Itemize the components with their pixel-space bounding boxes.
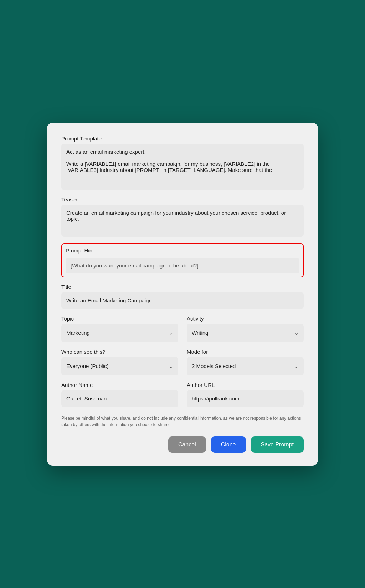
teaser-label: Teaser	[61, 196, 304, 203]
author-url-label: Author URL	[187, 382, 304, 388]
visibility-label: Who can see this?	[61, 349, 178, 355]
topic-chevron-icon: ⌄	[169, 329, 173, 336]
made-for-group: Made for 2 Models Selected ⌄	[187, 349, 304, 375]
activity-group: Activity Writing ⌄	[187, 316, 304, 342]
author-name-group: Author Name Garrett Sussman	[61, 382, 178, 407]
visibility-group: Who can see this? Everyone (Public) ⌄	[61, 349, 178, 375]
prompt-template-input[interactable]: Act as an email marketing expert. Write …	[61, 144, 304, 190]
made-for-label: Made for	[187, 349, 304, 355]
visibility-madefor-row: Who can see this? Everyone (Public) ⌄ Ma…	[61, 349, 304, 375]
modal-overlay: Prompt Template Act as an email marketin…	[0, 0, 365, 588]
title-group: Title Write an Email Marketing Campaign	[61, 284, 304, 309]
made-for-select[interactable]: 2 Models Selected ⌄	[187, 357, 304, 375]
topic-activity-row: Topic Marketing ⌄ Activity Writing ⌄	[61, 316, 304, 342]
prompt-template-group: Prompt Template Act as an email marketin…	[61, 136, 304, 190]
prompt-hint-group: Prompt Hint [What do you want your email…	[61, 243, 304, 277]
topic-label: Topic	[61, 316, 178, 322]
visibility-chevron-icon: ⌄	[169, 363, 173, 369]
save-prompt-button[interactable]: Save Prompt	[251, 436, 304, 453]
activity-chevron-icon: ⌄	[294, 329, 299, 336]
modal-dialog: Prompt Template Act as an email marketin…	[47, 123, 318, 466]
activity-value: Writing	[192, 330, 208, 336]
made-for-value: 2 Models Selected	[192, 363, 236, 369]
activity-select[interactable]: Writing ⌄	[187, 324, 304, 342]
visibility-value: Everyone (Public)	[66, 363, 108, 369]
prompt-hint-input[interactable]: [What do you want your email campaign to…	[66, 258, 299, 273]
author-row: Author Name Garrett Sussman Author URL h…	[61, 382, 304, 407]
prompt-template-label: Prompt Template	[61, 136, 304, 142]
topic-value: Marketing	[66, 330, 90, 336]
title-label: Title	[61, 284, 304, 290]
teaser-group: Teaser Create an email marketing campaig…	[61, 196, 304, 237]
topic-group: Topic Marketing ⌄	[61, 316, 178, 342]
topic-select[interactable]: Marketing ⌄	[61, 324, 178, 342]
cancel-button[interactable]: Cancel	[168, 436, 206, 453]
title-input[interactable]: Write an Email Marketing Campaign	[61, 292, 304, 309]
activity-label: Activity	[187, 316, 304, 322]
disclaimer-text: Please be mindful of what you share, and…	[61, 415, 304, 428]
made-for-chevron-icon: ⌄	[294, 363, 299, 369]
author-url-input[interactable]: https://ipullrank.com	[187, 390, 304, 407]
visibility-select[interactable]: Everyone (Public) ⌄	[61, 357, 178, 375]
teaser-input[interactable]: Create an email marketing campaign for y…	[61, 205, 304, 237]
author-url-group: Author URL https://ipullrank.com	[187, 382, 304, 407]
author-name-label: Author Name	[61, 382, 178, 388]
author-name-input[interactable]: Garrett Sussman	[61, 390, 178, 407]
clone-button[interactable]: Clone	[211, 436, 246, 453]
prompt-hint-label: Prompt Hint	[66, 247, 299, 254]
footer-buttons: Cancel Clone Save Prompt	[61, 436, 304, 453]
